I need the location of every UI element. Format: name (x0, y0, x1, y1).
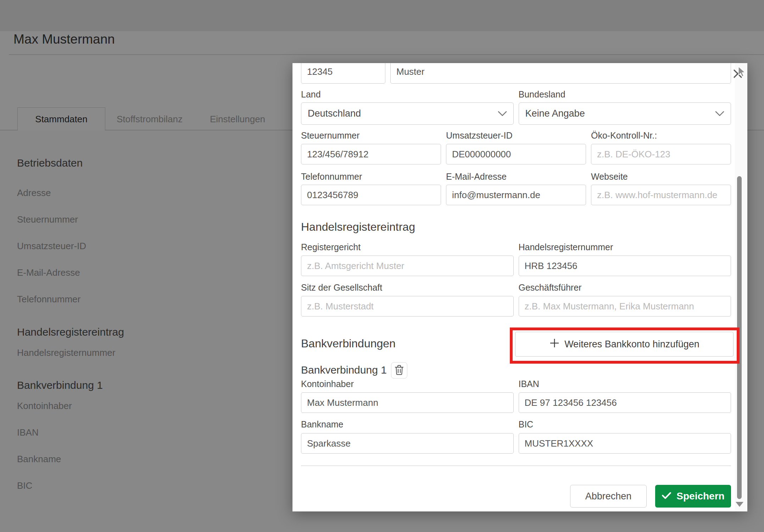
state-select-value: Keine Angabe (525, 108, 585, 119)
bank1-row2-labels: Bankname BIC (301, 419, 731, 430)
bank1-row1 (301, 392, 731, 413)
state-label: Bundesland (519, 89, 731, 100)
email-label: E-Mail-Adresse (446, 172, 586, 182)
city-input[interactable] (390, 63, 731, 84)
add-bank-account-label: Weiteres Bankkonto hinzufügen (564, 339, 699, 350)
website-label: Webseite (591, 172, 731, 182)
bank-name-input[interactable] (301, 433, 514, 454)
trade-register-heading: Handelsregistereintrag (301, 219, 415, 235)
zip-input[interactable] (301, 63, 385, 84)
add-bank-account-button[interactable]: Weiteres Bankkonto hinzufügen (515, 332, 734, 357)
country-state-labels: Land Bundesland (301, 89, 731, 100)
tax-number-input[interactable] (301, 144, 441, 164)
stammdaten-edit-modal: Land Bundesland Deutschland Keine Angabe… (292, 63, 747, 511)
delete-bank-account-button[interactable] (391, 362, 407, 379)
save-button[interactable]: Speichern (655, 485, 731, 508)
checkmark-icon (662, 491, 671, 502)
iban-input[interactable] (519, 392, 731, 413)
scrollbar-down-arrow[interactable] (736, 502, 743, 507)
seat-row-labels: Sitz der Gesellschaft Geschäftsführer (301, 282, 731, 293)
address-row (301, 63, 731, 84)
managing-directors-input[interactable] (519, 296, 731, 317)
email-input[interactable] (446, 185, 586, 205)
screen: Max Mustermann Stammdaten Stoffstrombila… (0, 0, 764, 532)
footer-divider (301, 465, 731, 466)
vat-id-input[interactable] (446, 144, 586, 164)
phone-input[interactable] (301, 185, 441, 205)
bic-input[interactable] (519, 433, 731, 454)
save-button-label: Speichern (676, 491, 724, 502)
eco-control-input[interactable] (591, 144, 731, 164)
scrollbar-thumb[interactable] (737, 176, 742, 499)
trash-icon (395, 365, 404, 376)
register-row (301, 256, 731, 276)
vat-id-label: Umsatzsteuer-ID (446, 130, 586, 141)
bank1-row1-labels: Kontoinhaber IBAN (301, 379, 731, 389)
register-row-labels: Registergericht Handelsregisternummer (301, 242, 731, 252)
seat-row (301, 296, 731, 317)
phone-label: Telefonnummer (301, 172, 441, 182)
bank1-row2 (301, 433, 731, 454)
chevron-down-icon (715, 108, 724, 119)
contact-row-labels: Telefonnummer E-Mail-Adresse Webseite (301, 172, 731, 182)
eco-control-label: Öko-Kontroll-Nr.: (591, 130, 731, 141)
chevron-down-icon (498, 108, 507, 119)
state-select[interactable]: Keine Angabe (519, 102, 731, 125)
country-label: Land (301, 89, 514, 100)
bank1-heading: Bankverbindung 1 (301, 363, 387, 377)
company-seat-input[interactable] (301, 296, 514, 317)
company-seat-label: Sitz der Gesellschaft (301, 282, 514, 293)
iban-label: IBAN (519, 379, 731, 389)
country-state-row: Deutschland Keine Angabe (301, 102, 731, 125)
contact-row (301, 185, 731, 205)
bic-label: BIC (519, 419, 731, 430)
tax-row (301, 144, 731, 164)
register-court-input[interactable] (301, 256, 514, 276)
managing-directors-label: Geschäftsführer (519, 282, 731, 293)
register-number-input[interactable] (519, 256, 731, 276)
close-button[interactable] (731, 67, 744, 80)
register-number-label: Handelsregisternummer (519, 242, 731, 252)
bank-section-heading: Bankverbindungen (301, 336, 396, 351)
bank-name-label: Bankname (301, 419, 514, 430)
account-holder-label: Kontoinhaber (301, 379, 514, 389)
website-input[interactable] (591, 185, 731, 205)
close-icon (733, 69, 743, 79)
country-select-value: Deutschland (308, 108, 361, 119)
tax-number-label: Steuernummer (301, 130, 441, 141)
account-holder-input[interactable] (301, 392, 514, 413)
cancel-button[interactable]: Abbrechen (570, 485, 647, 508)
tax-row-labels: Steuernummer Umsatzsteuer-ID Öko-Kontrol… (301, 130, 731, 141)
plus-icon (549, 338, 560, 351)
register-court-label: Registergericht (301, 242, 514, 252)
country-select[interactable]: Deutschland (301, 102, 514, 125)
